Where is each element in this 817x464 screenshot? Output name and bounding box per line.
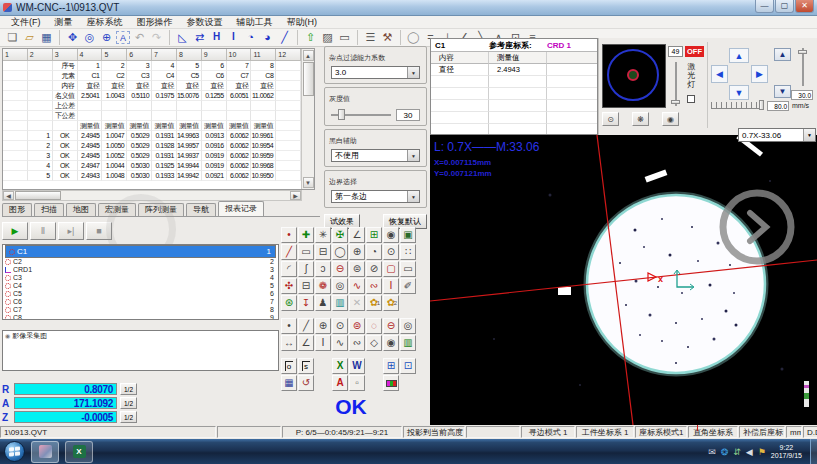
sheet-column-header[interactable]: 8 (177, 49, 202, 61)
tree-item[interactable]: C34 (3, 274, 278, 282)
sheet-cell[interactable]: C8 (251, 71, 276, 81)
sheet-cell[interactable] (28, 111, 53, 121)
chevron-down-icon[interactable]: ▼ (803, 129, 815, 141)
sheet-column-header[interactable]: 2 (28, 49, 53, 61)
chevron-down-icon[interactable]: ▼ (407, 67, 419, 78)
sheet-cell[interactable] (3, 71, 28, 81)
palette-tool-icon[interactable]: ▣ (400, 227, 416, 243)
sheet-cell[interactable]: 1 (28, 131, 53, 141)
scroll-left-icon[interactable]: ◀ (3, 191, 14, 200)
sheet-cell[interactable] (3, 131, 28, 141)
sheet-cell[interactable]: 测量值 (202, 121, 227, 131)
sheet-cell[interactable] (152, 101, 177, 111)
menu-item[interactable]: 座标系统 (80, 16, 130, 29)
sheet-cell[interactable]: 10.9950 (251, 171, 276, 181)
z-up-button[interactable]: ▲ (774, 48, 791, 61)
sheet-cell[interactable]: 6.0062 (227, 141, 252, 151)
sheet-cell[interactable]: 7 (227, 61, 252, 71)
palette-tool-icon[interactable]: ∾ (366, 278, 382, 294)
sheet-cell[interactable]: 0.5030 (127, 161, 152, 171)
sheet-cell[interactable]: 0.1933 (152, 171, 177, 181)
toolbar-angle-button[interactable]: ◺ (174, 30, 191, 45)
palette-tool-icon[interactable]: ⊡ (400, 358, 416, 374)
sheet-cell[interactable]: 6.0051 (227, 91, 252, 101)
view-tab[interactable]: 报表记录 (218, 201, 264, 216)
sheet-column-header[interactable]: 7 (152, 49, 177, 61)
tree-item[interactable]: C89 (3, 314, 278, 320)
sheet-cell[interactable]: C4 (152, 71, 177, 81)
palette-tool-icon[interactable]: ⊜ (349, 318, 365, 334)
sheet-cell[interactable]: 测量值 (152, 121, 177, 131)
sheet-cell[interactable] (3, 111, 28, 121)
sheet-cell[interactable]: 14.9957 (177, 141, 202, 151)
toolbar-translate-button[interactable]: ⇄ (191, 30, 208, 45)
tree-item[interactable]: C56 (3, 290, 278, 298)
palette-tool-icon[interactable]: ↺ (298, 375, 314, 391)
sheet-cell[interactable] (177, 101, 202, 111)
palette-tool-icon[interactable]: ╱ (298, 318, 314, 334)
tree-item[interactable]: C78 (3, 306, 278, 314)
menu-item[interactable]: 测量 (48, 16, 80, 29)
half-button[interactable]: 1/2 (120, 383, 137, 395)
tray-icon[interactable]: ◀ (746, 447, 753, 457)
sheet-cell[interactable]: 3 (127, 61, 152, 71)
palette-tool-icon[interactable]: • (281, 227, 297, 243)
start-button[interactable] (4, 441, 25, 462)
sheet-cell[interactable] (3, 81, 28, 91)
palette-tool-icon[interactable]: ∠ (349, 227, 365, 243)
sheet-cell[interactable]: 测量值 (78, 121, 103, 131)
sheet-cell[interactable]: 10.9968 (251, 161, 276, 171)
sheet-cell[interactable]: 6.0062 (227, 171, 252, 181)
sheet-cell[interactable]: 2 (28, 141, 53, 151)
sheet-cell[interactable]: 上公差 (53, 101, 78, 111)
sheet-cell[interactable]: 1.0048 (102, 171, 127, 181)
toolbar-rectangle-button[interactable]: ▭ (336, 30, 353, 45)
xy-speed-slider[interactable] (711, 102, 763, 109)
toolbar-v-distance-button[interactable]: I (225, 30, 242, 45)
view-tab[interactable]: 地图 (66, 203, 96, 216)
sheet-column-header[interactable]: 1 (3, 49, 28, 61)
sheet-cell[interactable]: 测量值 (102, 121, 127, 131)
toolbar-redo-button[interactable]: ↷ (148, 30, 165, 45)
sheet-cell[interactable] (3, 61, 28, 71)
sheet-cell[interactable]: 0.1931 (152, 151, 177, 161)
palette-tool-icon[interactable]: ▦ (281, 375, 297, 391)
sheet-cell[interactable]: 0.0919 (202, 151, 227, 161)
sheet-cell[interactable] (251, 111, 276, 121)
sheet-cell[interactable]: 直径 (202, 81, 227, 91)
sheet-cell[interactable]: 14.9942 (177, 171, 202, 181)
sheet-cell[interactable]: 2.5041 (78, 91, 103, 101)
sheet-cell[interactable] (276, 141, 301, 151)
toolbar-undo-button[interactable]: ↶ (131, 30, 148, 45)
menu-item[interactable]: 帮助(H) (280, 16, 325, 29)
sheet-cell[interactable]: 1.0047 (102, 131, 127, 141)
palette-tool-icon[interactable]: ◇ (366, 335, 382, 351)
palette-tool-icon[interactable]: ⊙ (383, 244, 399, 260)
sheet-cell[interactable]: 14.9944 (177, 161, 202, 171)
lamp-slider[interactable] (671, 62, 680, 106)
half-button[interactable]: 1/2 (120, 397, 137, 409)
sheet-cell[interactable]: 名义值 (53, 91, 78, 101)
sheet-column-header[interactable]: 12 (276, 49, 301, 61)
sheet-cell[interactable]: 元素 (53, 71, 78, 81)
palette-tool-icon[interactable]: ▭ (400, 261, 416, 277)
sheet-cell[interactable] (276, 71, 301, 81)
palette-tool-icon[interactable]: ▥ (332, 295, 348, 311)
z-speed-field[interactable]: 30.0 (791, 90, 813, 100)
palette-tool-icon[interactable]: ⊙ (332, 318, 348, 334)
sheet-cell[interactable]: 下公差 (53, 111, 78, 121)
palette-tool-icon[interactable]: ⊘ (366, 261, 382, 277)
jog-right-button[interactable]: ▶ (751, 65, 768, 83)
palette-tool-icon[interactable]: ◜ (281, 261, 297, 277)
menu-item[interactable]: 图形操作 (130, 16, 180, 29)
sheet-cell[interactable] (276, 61, 301, 71)
z-down-button[interactable]: ▼ (774, 85, 791, 98)
sheet-cell[interactable]: 0.5030 (127, 171, 152, 181)
sheet-cell[interactable]: 直径 (78, 81, 103, 91)
palette-tool-icon[interactable]: ⊖ (383, 318, 399, 334)
palette-tool-icon[interactable]: ⊛ (281, 295, 297, 311)
sheet-cell[interactable]: OK (53, 171, 78, 181)
palette-tool-icon[interactable]: ⊟ (315, 244, 331, 260)
palette-tool-icon[interactable]: ✚ (298, 227, 314, 243)
sheet-vertical-scrollbar[interactable]: ▲ ▼ (301, 49, 314, 189)
